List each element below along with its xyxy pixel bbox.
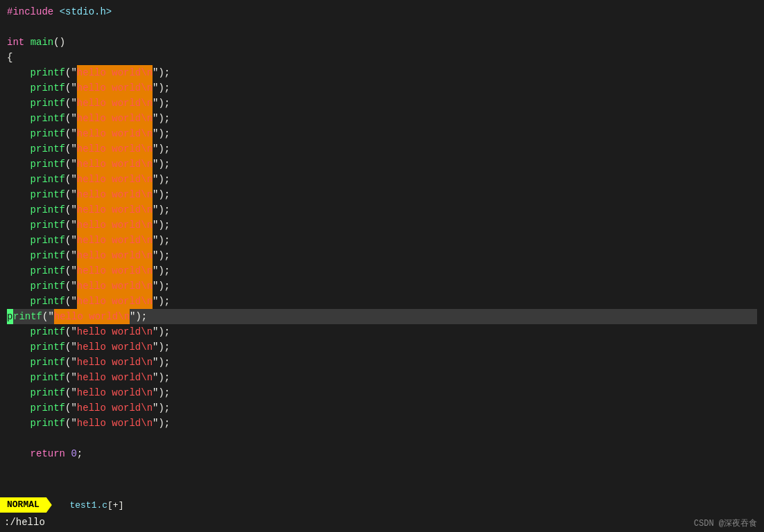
code-line: printf("hello world\n"); <box>7 385 757 400</box>
code-line: #include <stdio.h> <box>7 4 757 19</box>
cmd-text: :/hello <box>4 517 45 528</box>
code-line: printf("hello world\n"); <box>7 370 757 385</box>
editor-area[interactable]: #include <stdio.h> int main() { printf("… <box>0 0 764 499</box>
code-line-return: return 0; <box>7 446 757 461</box>
code-line: printf("hello world\n"); <box>7 202 757 218</box>
code-line: printf("hello world\n"); <box>7 355 757 370</box>
status-filename: test1.c[+] <box>59 500 124 511</box>
cmd-line: :/hello <box>0 513 764 532</box>
code-line: printf("hello world\n"); <box>7 187 757 202</box>
code-line: printf("hello world\n"); <box>7 324 757 339</box>
code-line: printf("hello world\n"); <box>7 126 757 141</box>
code-line: { <box>7 50 757 65</box>
code-line: printf("hello world\n"); <box>7 157 757 172</box>
code-line: printf("hello world\n"); <box>7 416 757 431</box>
code-line-cursor: printf("hello world\n"); <box>7 309 757 324</box>
code-line <box>7 431 757 446</box>
code-line: printf("hello world\n"); <box>7 400 757 416</box>
status-bar: NORMAL test1.c[+] <box>0 497 764 513</box>
code-line: printf("hello world\n"); <box>7 339 757 355</box>
code-line: printf("hello world\n"); <box>7 248 757 263</box>
code-line: printf("hello world\n"); <box>7 141 757 157</box>
watermark: CSDN @深夜吞食 <box>694 517 757 529</box>
code-line: printf("hello world\n"); <box>7 65 757 80</box>
code-line: printf("hello world\n"); <box>7 96 757 111</box>
cursor: p <box>7 309 13 324</box>
code-line: printf("hello world\n"); <box>7 263 757 278</box>
code-line: int main() <box>7 35 757 50</box>
code-line: printf("hello world\n"); <box>7 294 757 309</box>
code-line: printf("hello world\n"); <box>7 218 757 233</box>
code-line <box>7 19 757 35</box>
code-line: printf("hello world\n"); <box>7 111 757 126</box>
code-line: printf("hello world\n"); <box>7 278 757 294</box>
code-line: printf("hello world\n"); <box>7 233 757 248</box>
code-line: printf("hello world\n"); <box>7 80 757 96</box>
code-line: printf("hello world\n"); <box>7 172 757 187</box>
mode-badge: NORMAL <box>0 497 52 513</box>
